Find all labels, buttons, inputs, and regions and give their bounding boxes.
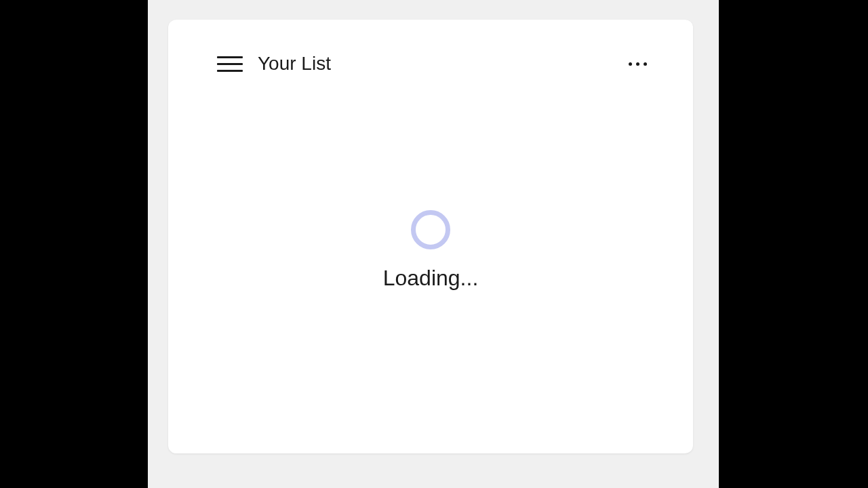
dot (636, 62, 639, 66)
hamburger-line (217, 56, 243, 58)
card-header: Your List (168, 20, 693, 87)
hamburger-line (217, 70, 243, 72)
hamburger-line (217, 63, 243, 65)
list-card: Your List Loading... (168, 20, 693, 453)
dot (629, 62, 632, 66)
more-options-icon[interactable] (623, 57, 652, 71)
loading-spinner-icon (411, 210, 450, 249)
loading-text: Loading... (383, 266, 479, 291)
dot (644, 62, 647, 66)
card-content: Loading... (168, 87, 693, 453)
header-left: Your List (217, 51, 331, 77)
hamburger-menu-icon[interactable] (217, 51, 243, 77)
page-title: Your List (258, 53, 331, 75)
